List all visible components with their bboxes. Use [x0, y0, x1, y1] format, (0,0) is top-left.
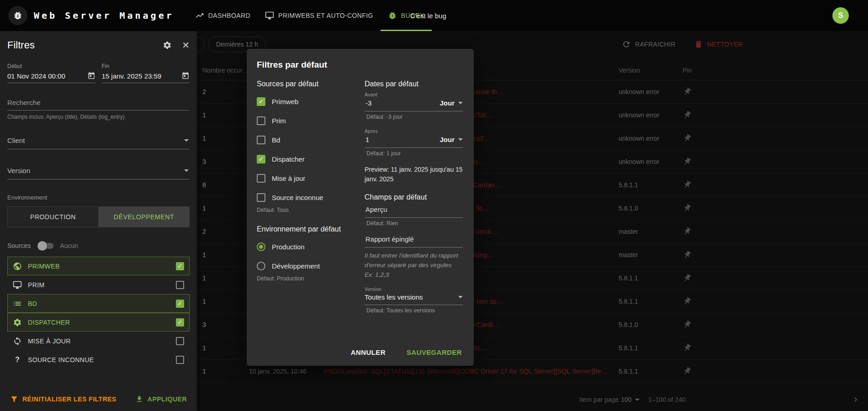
- default-env-development[interactable]: Développement: [257, 256, 353, 275]
- source-item-primweb[interactable]: PRIMWEB ✓: [7, 257, 190, 275]
- reset-filters-label: RÉINITIALISER LES FILTRES: [22, 395, 116, 403]
- sources-toggle-switch[interactable]: [39, 243, 53, 249]
- checkbox[interactable]: ✓: [176, 356, 184, 364]
- before-default-text: Défaut: -3 jour: [366, 114, 463, 120]
- apply-filters-label: APPLIQUER: [148, 395, 187, 403]
- env-development-button[interactable]: DÉVELOPPEMENT: [98, 207, 189, 227]
- source-item-label: BD: [28, 300, 37, 307]
- sync-icon: [13, 337, 22, 346]
- source-item-mise-a-jour[interactable]: MISE À JOUR ✓: [7, 332, 190, 350]
- apply-filters-button[interactable]: APPLIQUER: [132, 395, 190, 404]
- default-source-primweb[interactable]: ✓ Primweb: [257, 92, 353, 111]
- default-source-prim[interactable]: ✓ Prim: [257, 111, 353, 130]
- checkbox[interactable]: ✓: [257, 174, 265, 183]
- app-title: Web Server Manager: [34, 10, 174, 21]
- checkbox[interactable]: ✓: [257, 97, 265, 106]
- version-default-text: Défaut: Toutes les versions: [366, 307, 463, 314]
- source-item-label: PRIM: [28, 281, 45, 289]
- after-unit-value: Jour: [439, 136, 455, 143]
- radio-button[interactable]: [257, 242, 265, 251]
- default-source-inconnue[interactable]: ✓ Source inconnue: [257, 188, 353, 207]
- radio-button[interactable]: [257, 262, 265, 270]
- checkbox[interactable]: ✓: [176, 337, 184, 345]
- bug-icon: [388, 11, 397, 20]
- checkbox[interactable]: ✓: [257, 155, 265, 163]
- default-env-production[interactable]: Production: [257, 237, 353, 256]
- dates-preview: Preview: 11 janv. 2025 jusqu'au 15 janv.…: [365, 165, 463, 184]
- calendar-icon[interactable]: [181, 72, 190, 80]
- rapport-hint-text: Il faut entrer l'identifiant du rapport …: [365, 252, 458, 269]
- nav-primwebs[interactable]: PRIMWEBS ET AUTO-CONFIG: [258, 0, 381, 31]
- gear-icon: [13, 318, 22, 327]
- save-button[interactable]: SAUVEGARDER: [404, 348, 465, 357]
- start-date-input[interactable]: [7, 72, 85, 80]
- source-item-dispatcher[interactable]: DISPATCHER ✓: [7, 313, 190, 332]
- filters-settings-button[interactable]: [163, 41, 172, 50]
- checkbox[interactable]: ✓: [257, 136, 265, 144]
- checkbox-label: Mise à jour: [272, 174, 305, 182]
- filter-icon: [10, 395, 18, 403]
- chevron-down-icon: [458, 102, 463, 104]
- environment-toggle: PRODUCTION DÉVELOPPEMENT: [7, 206, 190, 227]
- sources-toggle-label: Aucun: [60, 242, 78, 249]
- search-input[interactable]: [7, 97, 190, 111]
- rapport-epingle-input[interactable]: [365, 235, 463, 243]
- checkbox[interactable]: ✓: [176, 262, 184, 270]
- nav-dashboard[interactable]: DASHBOARD: [188, 0, 258, 31]
- radio-label: Développement: [272, 262, 320, 270]
- search-block: Champs inclus: Aperçu (title), Détails (…: [7, 97, 190, 120]
- checkbox[interactable]: ✓: [257, 116, 265, 125]
- nav-primwebs-label: PRIMWEBS ET AUTO-CONFIG: [278, 12, 373, 19]
- checkbox[interactable]: ✓: [176, 318, 184, 327]
- version-select[interactable]: Version: [7, 164, 190, 179]
- chevron-down-icon: [184, 139, 189, 142]
- after-default-text: Défaut: 1 jour: [366, 150, 463, 157]
- env-production-button[interactable]: PRODUCTION: [8, 207, 98, 227]
- reset-filters-button[interactable]: RÉINITIALISER LES FILTRES: [7, 395, 119, 404]
- client-select-label: Client: [7, 137, 25, 144]
- version-select-value[interactable]: Toutes les versions: [365, 293, 423, 301]
- bug-logo-icon: [13, 11, 23, 21]
- globe-icon: [13, 262, 22, 271]
- cancel-button[interactable]: ANNULER: [348, 348, 388, 357]
- modal-version-label: Version: [365, 286, 463, 292]
- before-value-input[interactable]: [365, 99, 415, 107]
- checkbox-label: Prim: [272, 117, 286, 125]
- calendar-icon[interactable]: [87, 72, 95, 80]
- before-unit-select[interactable]: Jour: [439, 99, 463, 107]
- user-avatar[interactable]: S: [832, 7, 849, 24]
- sources-row: Sources Aucun: [7, 242, 190, 249]
- source-item-label: PRIMWEB: [28, 263, 60, 270]
- top-navigation: DASHBOARD PRIMWEBS ET AUTO-CONFIG BUGEX: [188, 0, 432, 31]
- source-item-prim[interactable]: PRIM ✓: [7, 275, 190, 294]
- checkbox[interactable]: ✓: [176, 300, 184, 308]
- after-label: Apres: [365, 128, 463, 134]
- chevron-down-icon: [458, 138, 463, 141]
- toggle-knob: [37, 241, 47, 251]
- dialog-actions: ANNULER SAUVEGARDER: [348, 348, 465, 357]
- source-item-source-inconnue[interactable]: ? SOURCE INCONNUE ✓: [7, 350, 190, 369]
- checkbox[interactable]: ✓: [176, 281, 184, 289]
- default-source-bd[interactable]: ✓ Bd: [257, 130, 353, 149]
- default-source-mise-a-jour[interactable]: ✓ Mise à jour: [257, 169, 353, 188]
- sources-list: PRIMWEB ✓ PRIM ✓ BD ✓ DISPATCHER ✓ MISE …: [7, 257, 190, 369]
- apercu-input[interactable]: [365, 205, 463, 214]
- question-icon: ?: [13, 356, 22, 364]
- client-select[interactable]: Client: [7, 134, 190, 149]
- checkbox[interactable]: ✓: [257, 193, 265, 202]
- version-select-label: Version: [7, 167, 30, 174]
- default-source-dispatcher[interactable]: ✓ Dispatcher: [257, 149, 353, 169]
- checkbox-label: Source inconnue: [272, 194, 323, 201]
- dialog-title: Filtres par défaut: [257, 60, 466, 70]
- close-icon[interactable]: ✕: [182, 41, 190, 50]
- after-value-input[interactable]: [365, 135, 415, 144]
- before-unit-value: Jour: [439, 99, 455, 107]
- date-range-fields: Début Fin: [7, 63, 190, 83]
- checkbox-label: Primweb: [272, 98, 298, 105]
- after-unit-select[interactable]: Jour: [439, 136, 463, 143]
- search-hint: Champs inclus: Aperçu (title), Détails (…: [7, 114, 190, 120]
- default-dates-title: Dates par défaut: [365, 80, 463, 88]
- radio-label: Production: [272, 243, 305, 251]
- source-item-bd[interactable]: BD ✓: [7, 294, 190, 313]
- end-date-input[interactable]: [102, 72, 179, 80]
